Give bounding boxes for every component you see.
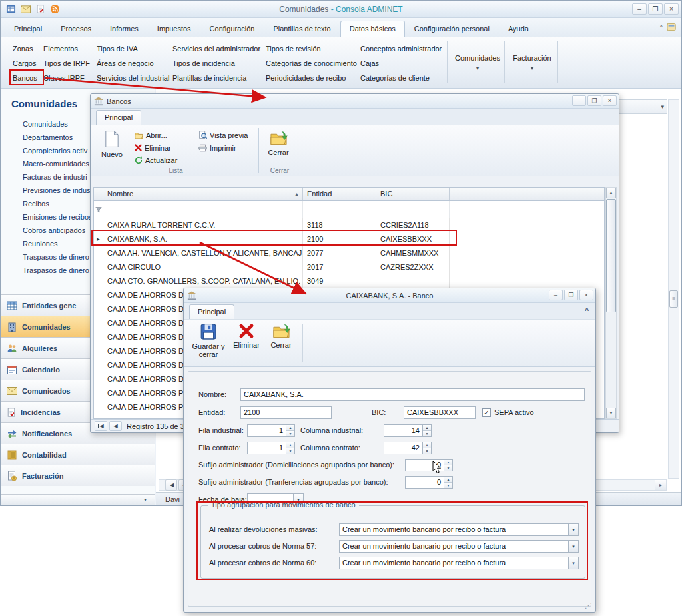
scroll-up-icon[interactable]: ▲ [606,188,616,198]
spin-up-icon[interactable]: ▲ [423,425,431,431]
nav-item-contabilidad[interactable]: Contabilidad [1,444,155,465]
vista-previa-button[interactable]: Vista previa [194,129,254,141]
ribbon-link-servicios-del-administrador[interactable]: Servicios del administrador [172,41,260,56]
first-record-icon[interactable]: ◀ [165,479,177,491]
tab-principal[interactable]: Principal [189,304,234,319]
spin-down-icon[interactable]: ▼ [286,431,294,436]
ribbon-link-periodicidades-de-recibo[interactable]: Periodicidades de recibo [266,71,357,85]
ribbon-link-claves-irpf[interactable]: Claves IRPF [43,71,90,85]
actualizar-button[interactable]: Actualizar [131,154,189,166]
entidad-field[interactable]: 2100 [240,406,332,419]
ribbon-collapse-icon[interactable]: ^ [585,307,589,314]
minimize-icon[interactable]: – [632,3,647,15]
column-header-bic[interactable]: BIC [376,188,450,200]
ribbon-link-categorias-de-conocimiento[interactable]: Categorías de conocimiento [266,56,357,71]
tab-datos-basicos[interactable]: Datos básicos [340,21,405,37]
previous-record-icon[interactable]: ◀ [109,421,122,431]
first-record-icon[interactable]: ◀ [95,421,107,431]
ribbon-link-elementos[interactable]: Elementos [43,41,90,56]
fila-contrato-stepper[interactable]: 1▲▼ [247,442,295,454]
chevron-down-icon[interactable]: ▾ [144,497,147,503]
spin-up-icon[interactable]: ▲ [444,460,452,465]
minimize-icon[interactable]: – [549,290,563,300]
table-cell[interactable]: CAIXESBBXXX [376,232,450,246]
spin-down-icon[interactable]: ▼ [444,483,452,488]
ribbon-link-areas-de-negocio[interactable]: Áreas de negocio [97,56,169,71]
spin-down-icon[interactable]: ▼ [444,465,452,471]
table-cell[interactable]: CAIXABANK, S.A. [103,232,303,246]
grid-vertical-scrollbar[interactable]: ▲ ▼ [605,187,617,419]
chevron-down-icon[interactable]: ▾ [568,541,578,552]
scroll-right-icon[interactable]: ▸ [655,480,666,490]
nav-item-facturacion[interactable]: Facturación [1,465,155,486]
spin-down-icon[interactable]: ▼ [423,431,431,436]
columna-contrato-stepper[interactable]: 42▲▼ [384,442,432,454]
ribbon-link-plantillas-de-incidencia[interactable]: Plantillas de incidencia [172,71,260,85]
table-row[interactable]: ▸CAIXABANK, S.A.2100CAIXESBBXXX [94,232,604,246]
filter-cell[interactable] [376,201,450,218]
tab-impuestos[interactable]: Impuestos [148,21,200,37]
minimize-icon[interactable]: – [572,95,586,106]
tab-principal[interactable]: Principal [5,21,51,37]
tab-principal[interactable]: Principal [96,110,141,125]
column-chooser-icon[interactable]: ▾ [661,103,664,110]
close-icon[interactable]: × [664,3,679,15]
ribbon-button-comunidades[interactable]: Comunidades ▾ [452,41,503,85]
column-header-entidad[interactable]: Entidad [303,188,376,200]
tab-configuracion-personal[interactable]: Configuración personal [405,21,499,37]
chevron-down-icon[interactable]: ▾ [568,557,578,569]
tab-procesos[interactable]: Procesos [51,21,101,37]
spin-up-icon[interactable]: ▲ [286,425,294,431]
spin-up-icon[interactable]: ▲ [444,477,452,483]
table-cell[interactable]: CAJA CIRCULO [103,260,303,274]
feed-icon[interactable] [49,3,61,15]
table-cell[interactable]: 2017 [303,260,376,274]
filter-cell[interactable] [103,201,303,218]
table-cell[interactable]: 2077 [303,246,376,260]
ribbon-link-zonas[interactable]: Zonas [13,41,37,56]
ribbon-link-servicios-del-industrial[interactable]: Servicios del industrial [97,71,169,85]
table-cell[interactable]: CAHMESMMXXX [376,246,450,260]
nuevo-button[interactable]: Nuevo [96,128,128,166]
chevron-down-icon[interactable]: ▾ [568,524,578,535]
grid-filter-row[interactable] [94,201,604,218]
ribbon-link-conceptos-administrador[interactable]: Conceptos administrador [360,41,442,56]
table-cell[interactable]: CAJA AH. VALENCIA, CASTELLON Y ALICANTE,… [103,246,303,260]
restore-icon[interactable]: ❐ [564,290,578,300]
nombre-field[interactable]: CAIXABANK, S.A. [240,388,585,401]
ribbon-link-cargos[interactable]: Cargos [13,56,37,71]
ribbon-link-tipos-de-revision[interactable]: Tipos de revisión [266,41,357,56]
ribbon-pin-icon[interactable] [667,23,676,31]
table-cell[interactable]: CAJA CTO. GRANOLLERS, S.COOP. CATALANA, … [103,274,303,288]
table-row[interactable]: CAIXA RURAL TORRENT C.C.V.3118CCRIES2A11… [94,218,604,232]
spin-up-icon[interactable]: ▲ [286,442,294,448]
eliminar-button[interactable]: Eliminar [131,141,189,154]
norma-57-dropdown[interactable]: Crear un movimiento bancario por recibo … [339,540,579,553]
filter-cell[interactable] [303,201,376,218]
close-icon[interactable]: × [603,95,617,106]
ribbon-collapse-icon[interactable]: ^ [660,24,663,31]
table-cell[interactable]: CAZRES2ZXXX [376,260,450,274]
vertical-scrollbar[interactable]: ≡ [668,99,679,479]
spin-down-icon[interactable]: ▼ [423,448,431,454]
ribbon-link-tipos-de-irpf[interactable]: Tipos de IRPF [43,56,90,71]
table-row[interactable]: CAJA CIRCULO2017CAZRES2ZXXX [94,260,604,274]
bic-field[interactable]: CAIXESBBXXX [404,406,476,419]
tab-ayuda[interactable]: Ayuda [499,21,538,37]
table-cell[interactable]: 2100 [303,232,376,246]
fila-industrial-stepper[interactable]: 1▲▼ [247,424,295,437]
sufijo-transferencias-stepper[interactable]: 0▲▼ [405,476,453,489]
cerrar-button[interactable]: Cerrar [265,322,297,364]
cerrar-button[interactable]: Cerrar [262,128,294,166]
tasks-icon[interactable] [34,3,46,15]
app-icon[interactable] [5,3,17,15]
ribbon-link-tipos-de-incidencia[interactable]: Tipos de incidencia [172,56,260,71]
ribbon-link-categorias-de-cliente[interactable]: Categorías de cliente [360,71,442,85]
spin-up-icon[interactable]: ▲ [423,442,431,448]
mail-icon[interactable] [19,3,31,15]
scrollbar-thumb[interactable]: ≡ [669,290,678,308]
sepa-activo-checkbox[interactable]: ✓ [482,408,491,417]
ribbon-link-tipos-de-iva[interactable]: Tipos de IVA [97,41,169,56]
eliminar-button[interactable]: Eliminar [230,322,262,364]
tab-configuracion[interactable]: Configuración [200,21,264,37]
